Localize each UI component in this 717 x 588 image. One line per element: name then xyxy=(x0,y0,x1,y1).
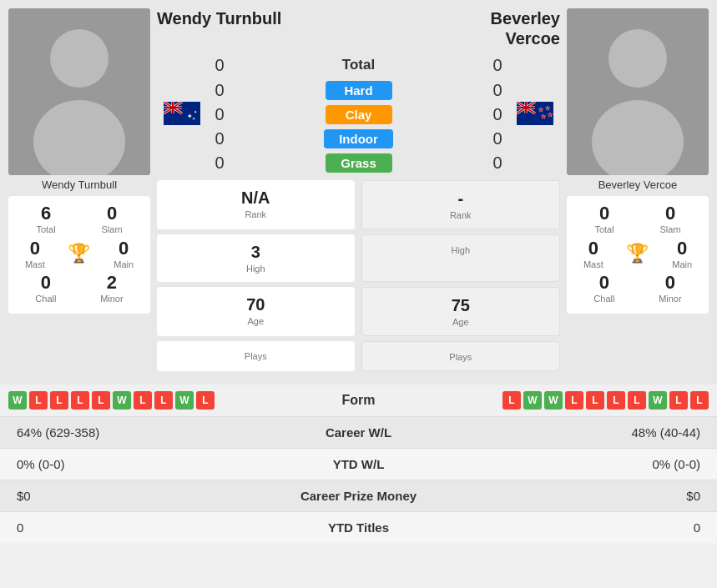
left-total-slam-row: 6 Total 0 Slam xyxy=(13,203,145,234)
right-mast-lbl: Mast xyxy=(583,259,603,269)
right-main-val: 0 xyxy=(672,238,692,259)
right-total-block: 0 Total xyxy=(594,203,613,234)
left-slam-lbl: Slam xyxy=(102,224,123,234)
right-total-lbl: Total xyxy=(594,224,613,234)
left-slam-block: 0 Slam xyxy=(102,203,123,234)
flags-row: ✦ ✦ ✦ 0 Total 0 xyxy=(157,52,560,175)
left-chall-block: 0 Chall xyxy=(35,272,56,304)
svg-point-1 xyxy=(50,29,109,88)
right-clay-score: 0 xyxy=(485,105,510,124)
clay-score-row: 0 Clay 0 xyxy=(207,103,510,127)
left-high-lbl: High xyxy=(160,264,351,274)
right-minor-lbl: Minor xyxy=(659,294,682,304)
form-section: WLLLLWLLWL Form LWWLLLLWLL xyxy=(0,384,717,416)
form-badge-right: W xyxy=(523,391,542,410)
left-total-score: 0 xyxy=(207,56,232,75)
left-chall-lbl: Chall xyxy=(35,294,56,304)
right-high-lbl: High xyxy=(366,245,557,255)
right-main-block: 0 Main xyxy=(672,238,692,269)
svg-text:✦: ✦ xyxy=(194,109,197,114)
hard-label: Hard xyxy=(326,81,392,100)
top-section: Wendy Turnbull 6 Total 0 Slam 0 xyxy=(0,0,717,376)
left-ytd-titles: 0 xyxy=(8,520,267,535)
form-badge-left: L xyxy=(154,391,173,410)
scores-column: 0 Total 0 0 Hard 0 xyxy=(207,52,510,175)
prize-label: Career Prize Money xyxy=(267,489,451,503)
grass-score-row: 0 Grass 0 xyxy=(207,151,510,175)
left-flag-au: ✦ ✦ ✦ xyxy=(164,102,200,125)
right-flag-nz: ★ ★ ★ ★ xyxy=(517,102,553,125)
left-minor-val: 2 xyxy=(100,272,124,294)
ytd-titles-row: 0 YTD Titles 0 xyxy=(0,511,717,543)
form-badge-right: L xyxy=(669,391,688,410)
prize-row: $0 Career Prize Money $0 xyxy=(0,480,717,511)
left-slam-val: 0 xyxy=(102,203,123,224)
right-chall-val: 0 xyxy=(593,272,614,294)
right-plays-card: Plays xyxy=(361,341,561,371)
right-stats-card: 0 Total 0 Slam 0 Mast 🏆 0 xyxy=(567,196,709,314)
right-mast-block: 0 Mast xyxy=(583,238,603,269)
left-high-card: 3 High xyxy=(157,234,355,282)
left-total-lbl: Total xyxy=(36,224,55,234)
right-total-score: 0 xyxy=(485,56,510,75)
right-age-card: 75 Age xyxy=(361,287,561,336)
right-chall-lbl: Chall xyxy=(593,294,614,304)
right-total-val: 0 xyxy=(594,203,613,224)
form-badge-left: L xyxy=(29,391,48,410)
center-column: Wendy Turnbull Beverley Vercoe xyxy=(157,8,560,376)
ytd-wl-row: 0% (0-0) YTD W/L 0% (0-0) xyxy=(0,448,717,480)
left-mast-trophy-row: 0 Mast 🏆 0 Main xyxy=(13,238,145,269)
svg-text:★: ★ xyxy=(548,112,553,118)
indoor-label: Indoor xyxy=(324,129,393,148)
svg-point-31 xyxy=(608,29,667,88)
left-main-block: 0 Main xyxy=(114,238,134,269)
right-player-name-label: Beverley Vercoe xyxy=(567,178,709,191)
right-high-card: High xyxy=(361,234,561,282)
stats-rows: 64% (629-358) Career W/L 48% (40-44) 0% … xyxy=(0,416,717,543)
form-badge-left: L xyxy=(134,391,152,410)
left-indoor-score: 0 xyxy=(207,129,232,148)
center-stats-row: N/A Rank - Rank xyxy=(157,180,560,234)
form-badge-right: L xyxy=(565,391,583,410)
form-badge-left: W xyxy=(8,391,27,410)
right-grass-score: 0 xyxy=(485,153,510,173)
left-mast-block: 0 Mast xyxy=(25,238,45,269)
right-plays-lbl: Plays xyxy=(366,352,557,362)
career-wl-label: Career W/L xyxy=(267,425,451,440)
form-badge-left: L xyxy=(50,391,68,410)
left-mast-val: 0 xyxy=(25,238,45,259)
center-high-row: 3 High High xyxy=(157,234,560,287)
right-mast-trophy-row: 0 Mast 🏆 0 Main xyxy=(572,238,704,269)
left-mast-lbl: Mast xyxy=(25,259,45,269)
right-player-column: Beverley Vercoe 0 Total 0 Slam 0 xyxy=(567,8,709,376)
right-chall-minor-row: 0 Chall 0 Minor xyxy=(572,272,704,304)
right-rank-lbl: Rank xyxy=(366,210,557,220)
left-main-lbl: Main xyxy=(114,259,134,269)
left-minor-lbl: Minor xyxy=(100,294,124,304)
center-age-row: 70 Age 75 Age xyxy=(157,287,560,341)
left-trophy-icon: 🏆 xyxy=(68,243,90,264)
form-badge-right: L xyxy=(502,391,521,410)
right-main-lbl: Main xyxy=(672,259,692,269)
left-rank-val: N/A xyxy=(160,188,351,208)
svg-text:★: ★ xyxy=(541,113,546,119)
left-rank-card: N/A Rank xyxy=(157,180,355,229)
form-badge-right: W xyxy=(544,391,563,410)
right-prize: $0 xyxy=(451,489,709,503)
ytd-titles-label: YTD Titles xyxy=(267,520,451,535)
left-prize: $0 xyxy=(8,489,267,503)
left-form-badges: WLLLLWLLWL xyxy=(8,391,215,410)
svg-text:★: ★ xyxy=(545,105,550,111)
left-plays-lbl: Plays xyxy=(160,351,351,361)
form-badge-right: L xyxy=(690,391,709,410)
svg-text:★: ★ xyxy=(538,107,543,113)
right-form-badges: LWWLLLLWLL xyxy=(502,391,709,410)
right-slam-lbl: Slam xyxy=(660,224,681,234)
right-slam-block: 0 Slam xyxy=(660,203,681,234)
clay-label: Clay xyxy=(326,105,392,124)
left-minor-block: 2 Minor xyxy=(100,272,124,304)
right-total-slam-row: 0 Total 0 Slam xyxy=(572,203,704,234)
form-label: Form xyxy=(220,393,497,408)
right-slam-val: 0 xyxy=(660,203,681,224)
right-career-wl: 48% (40-44) xyxy=(451,425,709,440)
